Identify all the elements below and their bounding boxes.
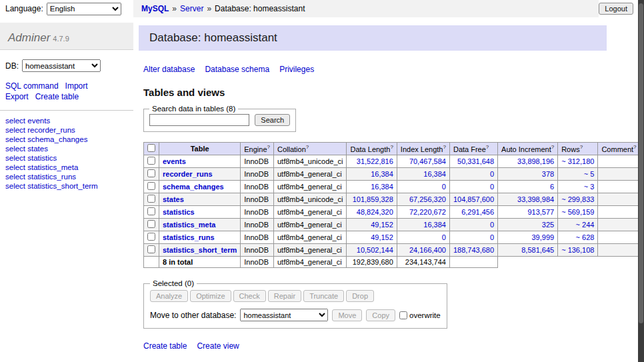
rows-count-link[interactable]: ~ 312,180 (561, 157, 594, 165)
breadcrumb-server-link[interactable]: Server (180, 4, 203, 13)
column-header[interactable]: Data Length? (347, 143, 397, 155)
db-selector-row: DB: homeassistant (5, 59, 128, 72)
row-checkbox[interactable] (147, 169, 155, 177)
rows-count-link[interactable]: ~ 628 (576, 233, 595, 241)
vertical-scrollbar[interactable] (638, 0, 644, 362)
create-links: Create tableCreate view (143, 341, 631, 351)
collation-cell: utf8mb4_general_ci (274, 231, 347, 244)
column-header[interactable]: Index Length? (397, 143, 449, 155)
table-row: recorder_runs InnoDB utf8mb4_general_ci … (144, 168, 641, 181)
column-header-table[interactable]: Table (159, 143, 241, 155)
row-checkbox[interactable] (147, 182, 155, 190)
db-select[interactable]: homeassistant (22, 59, 101, 72)
row-checkbox-cell (144, 206, 159, 219)
row-checkbox[interactable] (147, 195, 155, 203)
table-row: states InnoDB utf8mb4_unicode_ci 101,859… (144, 193, 641, 206)
help-icon[interactable]: ? (443, 144, 445, 150)
rows-count-cell: ~ 5 (558, 168, 598, 181)
help-icon[interactable]: ? (267, 144, 270, 150)
table-name-link[interactable]: recorder_runs (163, 170, 213, 178)
row-checkbox-cell (144, 219, 159, 231)
move-db-select[interactable]: homeassistant (240, 309, 328, 321)
sidebar-action-link[interactable]: Create table (35, 92, 79, 101)
engine-cell: InnoDB (241, 219, 274, 231)
sidebar-action-link[interactable]: Export (5, 92, 29, 101)
select-table-link[interactable]: select recorder_runs (5, 126, 75, 134)
rows-count-link[interactable]: ~ 5 (584, 170, 595, 178)
adminer-brand-link[interactable]: Adminer (8, 31, 50, 44)
breadcrumb-mysql-link[interactable]: MySQL (141, 4, 169, 13)
sidebar-action-link[interactable]: SQL command (5, 81, 59, 91)
copy-button[interactable]: Copy (366, 309, 395, 321)
row-checkbox-cell (144, 231, 159, 244)
help-icon[interactable]: ? (390, 144, 393, 150)
column-header[interactable]: Engine? (241, 143, 274, 155)
help-icon[interactable]: ? (551, 144, 554, 150)
row-checkbox[interactable] (147, 220, 155, 228)
search-input[interactable] (149, 114, 249, 126)
collation-cell: utf8mb4_general_ci (274, 244, 347, 257)
table-name-link[interactable]: statistics_meta (163, 221, 216, 229)
scrollbar-thumb[interactable] (639, 3, 643, 323)
data-length-cell: 49,152 (347, 219, 397, 231)
table-name-link[interactable]: events (163, 157, 186, 165)
row-checkbox[interactable] (147, 157, 155, 165)
select-table-link[interactable]: select schema_changes (5, 135, 87, 143)
data-free-cell: 188,743,680 (449, 244, 497, 257)
row-checkbox[interactable] (147, 245, 155, 253)
breadcrumb: MySQL » Server » Database: homeassistant (133, 0, 599, 17)
engine-cell: InnoDB (241, 244, 274, 257)
logout-button[interactable]: Logout (599, 3, 633, 15)
rows-count-link[interactable]: ~ 299,833 (561, 195, 594, 203)
database-action-link[interactable]: Alter database (143, 65, 195, 74)
rows-count-link[interactable]: ~ 3 (584, 183, 595, 191)
table-name-link[interactable]: statistics_runs (163, 233, 215, 241)
bulk-action-button[interactable]: Optimize (190, 290, 231, 302)
rows-count-cell: ~ 312,180 (558, 155, 598, 168)
column-header[interactable]: Data Free? (449, 143, 497, 155)
row-checkbox[interactable] (147, 207, 155, 215)
row-checkbox[interactable] (147, 233, 155, 241)
bulk-action-button[interactable]: Analyze (150, 290, 188, 302)
create-link[interactable]: Create view (197, 341, 239, 351)
language-select[interactable]: English (47, 3, 121, 15)
select-all-checkbox[interactable] (147, 144, 155, 152)
table-name-link[interactable]: states (163, 195, 184, 203)
create-link[interactable]: Create table (143, 341, 187, 351)
column-header[interactable]: Rows? (558, 143, 598, 155)
table-name-cell: states (159, 193, 241, 206)
move-label: Move to other database: (150, 311, 236, 320)
help-icon[interactable]: ? (486, 144, 489, 150)
sidebar-action-link[interactable]: Import (65, 81, 88, 91)
database-action-link[interactable]: Privileges (279, 65, 314, 74)
overwrite-checkbox[interactable] (399, 311, 407, 319)
help-icon[interactable]: ? (633, 144, 636, 150)
column-header[interactable]: Auto Increment? (498, 143, 558, 155)
select-table-link[interactable]: select statistics_runs (5, 173, 76, 181)
search-button[interactable]: Search (255, 114, 290, 126)
bulk-action-button[interactable]: Drop (346, 290, 374, 302)
table-name-link[interactable]: statistics_short_term (163, 246, 237, 254)
comment-cell (598, 206, 640, 219)
top-bar: Language: English MySQL » Server » Datab… (0, 0, 644, 17)
column-header[interactable]: Comment? (598, 143, 640, 155)
total-collation-cell: utf8mb4_general_ci (274, 257, 347, 268)
select-table-link[interactable]: select statistics_short_term (5, 182, 98, 190)
bulk-action-button[interactable]: Truncate (303, 290, 344, 302)
select-table-link[interactable]: select statistics_meta (5, 163, 78, 171)
move-button[interactable]: Move (332, 309, 362, 321)
help-icon[interactable]: ? (580, 144, 583, 150)
database-action-link[interactable]: Database schema (205, 65, 269, 74)
select-table-link[interactable]: select statistics (5, 154, 57, 162)
table-name-link[interactable]: statistics (163, 208, 195, 216)
table-name-link[interactable]: schema_changes (163, 183, 224, 191)
rows-count-link[interactable]: ~ 569,159 (561, 208, 594, 216)
select-table-link[interactable]: select events (5, 117, 50, 125)
bulk-action-button[interactable]: Check (233, 290, 266, 302)
rows-count-link[interactable]: ~ 244 (576, 221, 595, 229)
bulk-action-button[interactable]: Repair (268, 290, 301, 302)
column-header[interactable]: Collation? (274, 143, 347, 155)
rows-count-link[interactable]: ~ 136,108 (561, 246, 594, 254)
help-icon[interactable]: ? (306, 144, 309, 150)
select-table-link[interactable]: select states (5, 145, 48, 153)
